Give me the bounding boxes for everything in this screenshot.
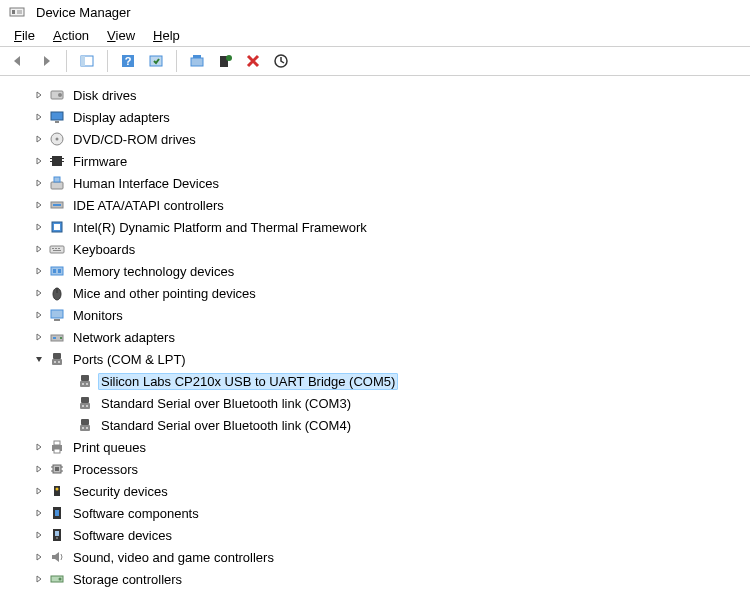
svg-rect-34 — [53, 250, 61, 251]
tree-item-label: Monitors — [70, 307, 126, 324]
update-driver-button[interactable] — [185, 49, 209, 73]
tree-item-label: Firmware — [70, 153, 130, 170]
enable-device-button[interactable] — [269, 49, 293, 73]
tree-item[interactable]: Sound, video and game controllers — [32, 546, 746, 568]
toolbar: ? — [0, 46, 750, 76]
expand-icon[interactable] — [32, 286, 46, 300]
cpu-icon — [48, 461, 66, 477]
menu-action[interactable]: Action — [45, 26, 97, 45]
tree-item[interactable]: Mice and other pointing devices — [32, 282, 746, 304]
tree-item[interactable]: Network adapters — [32, 326, 746, 348]
tree-item[interactable]: Processors — [32, 458, 746, 480]
svg-rect-19 — [52, 156, 62, 166]
tree-item-label: Mice and other pointing devices — [70, 285, 259, 302]
expand-icon[interactable] — [32, 198, 46, 212]
svg-rect-63 — [54, 449, 60, 453]
svg-rect-23 — [62, 161, 64, 162]
svg-rect-33 — [58, 248, 60, 249]
svg-rect-20 — [50, 158, 52, 159]
expand-icon[interactable] — [32, 154, 46, 168]
svg-rect-30 — [50, 246, 64, 253]
expand-icon[interactable] — [32, 440, 46, 454]
tree-item[interactable]: DVD/CD-ROM drives — [32, 128, 746, 150]
expand-icon[interactable] — [32, 88, 46, 102]
svg-rect-46 — [52, 359, 62, 365]
svg-rect-41 — [54, 319, 60, 321]
tree-item[interactable]: Display adapters — [32, 106, 746, 128]
expand-icon[interactable] — [32, 110, 46, 124]
display-icon — [48, 109, 66, 125]
svg-rect-54 — [80, 403, 90, 409]
expand-icon[interactable] — [32, 242, 46, 256]
scan-hardware-button[interactable] — [144, 49, 168, 73]
expand-icon[interactable] — [32, 528, 46, 542]
tree-item[interactable]: Ports (COM & LPT) — [32, 348, 746, 370]
svg-rect-29 — [54, 224, 60, 230]
intel-icon — [48, 219, 66, 235]
svg-rect-45 — [53, 353, 61, 359]
show-hide-console-button[interactable] — [75, 49, 99, 73]
svg-point-18 — [56, 138, 59, 141]
help-button[interactable]: ? — [116, 49, 140, 73]
svg-rect-40 — [51, 310, 63, 318]
tree-item[interactable]: Intel(R) Dynamic Platform and Thermal Fr… — [32, 216, 746, 238]
menu-file[interactable]: File — [6, 26, 43, 45]
svg-rect-60 — [86, 427, 88, 429]
tree-item[interactable]: Firmware — [32, 150, 746, 172]
expand-icon[interactable] — [32, 264, 46, 278]
security-icon — [48, 483, 66, 499]
svg-rect-27 — [53, 204, 61, 206]
swcomp-icon — [48, 505, 66, 521]
menu-view[interactable]: View — [99, 26, 143, 45]
tree-item-label: Disk drives — [70, 87, 140, 104]
tree-item[interactable]: Keyboards — [32, 238, 746, 260]
tree-item[interactable]: Standard Serial over Bluetooth link (COM… — [60, 392, 746, 414]
menu-help[interactable]: Help — [145, 26, 188, 45]
tree-item[interactable]: Software devices — [32, 524, 746, 546]
svg-rect-53 — [81, 397, 89, 403]
tree-item-label: Silicon Labs CP210x USB to UART Bridge (… — [98, 373, 398, 390]
expand-icon[interactable] — [32, 330, 46, 344]
tree-item-label: Security devices — [70, 483, 171, 500]
expand-icon[interactable] — [32, 220, 46, 234]
svg-rect-37 — [58, 269, 61, 273]
svg-rect-76 — [55, 531, 59, 536]
svg-point-11 — [226, 55, 232, 61]
tree-item[interactable]: Silicon Labs CP210x USB to UART Bridge (… — [60, 370, 746, 392]
printer-icon — [48, 439, 66, 455]
svg-rect-16 — [55, 121, 59, 123]
expand-icon[interactable] — [32, 462, 46, 476]
expand-icon[interactable] — [32, 572, 46, 586]
toolbar-separator — [107, 50, 108, 72]
expand-icon[interactable] — [32, 550, 46, 564]
tree-item[interactable]: Standard Serial over Bluetooth link (COM… — [60, 414, 746, 436]
expand-icon[interactable] — [32, 484, 46, 498]
tree-item-label: Sound, video and game controllers — [70, 549, 277, 566]
tree-item[interactable]: Software components — [32, 502, 746, 524]
svg-rect-8 — [191, 58, 203, 66]
svg-rect-49 — [81, 375, 89, 381]
menubar: File Action View Help — [0, 24, 750, 46]
tree-item[interactable]: Storage controllers — [32, 568, 746, 590]
tree-item[interactable]: Disk drives — [32, 84, 746, 106]
expand-icon[interactable] — [32, 176, 46, 190]
tree-item[interactable]: Human Interface Devices — [32, 172, 746, 194]
svg-rect-25 — [54, 177, 60, 182]
expand-icon[interactable] — [32, 132, 46, 146]
back-button[interactable] — [6, 49, 30, 73]
tree-item[interactable]: Memory technology devices — [32, 260, 746, 282]
network-icon — [48, 329, 66, 345]
uninstall-device-button[interactable] — [213, 49, 237, 73]
svg-rect-22 — [62, 158, 64, 159]
expand-icon[interactable] — [32, 308, 46, 322]
device-tree[interactable]: Disk drivesDisplay adaptersDVD/CD-ROM dr… — [0, 76, 750, 599]
tree-item[interactable]: Security devices — [32, 480, 746, 502]
expand-icon[interactable] — [32, 506, 46, 520]
forward-button[interactable] — [34, 49, 58, 73]
svg-rect-43 — [53, 337, 56, 339]
disable-device-button[interactable] — [241, 49, 265, 73]
tree-item[interactable]: Print queues — [32, 436, 746, 458]
tree-item[interactable]: IDE ATA/ATAPI controllers — [32, 194, 746, 216]
tree-item[interactable]: Monitors — [32, 304, 746, 326]
collapse-icon[interactable] — [32, 352, 46, 366]
